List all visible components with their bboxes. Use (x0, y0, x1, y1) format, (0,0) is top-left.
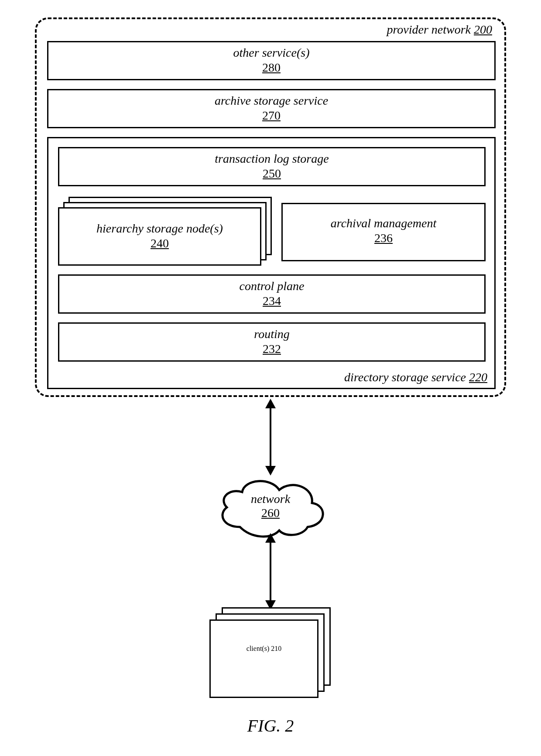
directory-storage-service-label: directory storage service 220 (344, 369, 487, 384)
archive-storage-service-label: archive storage service (48, 94, 494, 108)
hierarchy-storage-node-box: hierarchy storage node(s) 240 (58, 207, 261, 266)
arrowhead-up-icon (265, 399, 276, 408)
archival-management-box: archival management 236 (281, 203, 486, 261)
routing-box: routing 232 (58, 322, 486, 362)
network-cloud: network 260 (209, 470, 332, 540)
directory-storage-service-num: 220 (469, 370, 487, 384)
routing-num: 232 (263, 342, 281, 356)
hierarchy-storage-node-label: hierarchy storage node(s) (59, 222, 260, 236)
archive-storage-service-num: 270 (262, 109, 281, 123)
diagram-canvas: provider network 200 other service(s) 28… (0, 0, 541, 756)
arrowhead-up-icon (265, 533, 276, 543)
control-plane-box: control plane 234 (58, 274, 486, 314)
provider-network-text: provider network (387, 23, 471, 36)
figure-caption: FIG. 2 (0, 715, 541, 736)
connector-line (270, 537, 271, 606)
provider-network-label: provider network 200 (387, 23, 492, 37)
archive-storage-service-box: archive storage service 270 (47, 89, 496, 128)
directory-storage-service-box: transaction log storage 250 hierarchy st… (47, 137, 496, 389)
transaction-log-storage-label: transaction log storage (59, 152, 484, 166)
control-plane-label: control plane (59, 279, 484, 293)
client-label: client(s) (247, 645, 269, 652)
archival-management-label: archival management (283, 216, 484, 230)
routing-label: routing (59, 327, 484, 341)
transaction-log-storage-num: 250 (263, 167, 281, 181)
other-services-box: other service(s) 280 (47, 41, 496, 80)
archival-management-num: 236 (374, 231, 393, 245)
control-plane-num: 234 (263, 294, 281, 308)
other-services-num: 280 (262, 61, 281, 75)
provider-network-box: provider network 200 other service(s) 28… (35, 17, 506, 397)
client-num: 210 (271, 645, 281, 652)
provider-network-num: 200 (474, 23, 492, 36)
network-label: network (251, 492, 290, 506)
network-num: 260 (209, 506, 332, 520)
hierarchy-storage-node-num: 240 (151, 236, 169, 250)
transaction-log-storage-box: transaction log storage 250 (58, 147, 486, 186)
hierarchy-storage-node-stack: hierarchy storage node(s) 240 (58, 197, 272, 265)
client-box: client(s) 210 (209, 619, 318, 698)
network-label-group: network 260 (209, 492, 332, 520)
connector-line (270, 402, 271, 472)
other-services-label: other service(s) (48, 46, 494, 60)
client-stack: client(s) 210 (209, 607, 336, 699)
directory-storage-service-text: directory storage service (344, 370, 466, 384)
